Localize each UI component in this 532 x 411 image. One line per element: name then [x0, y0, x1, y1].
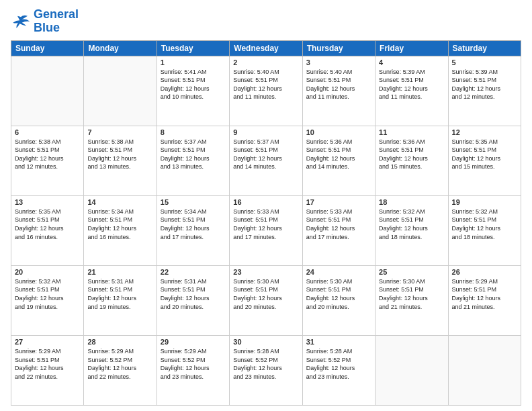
day-number: 1 [161, 58, 226, 66]
day-info: Sunrise: 5:29 AM Sunset: 5:52 PM Dayligh… [161, 347, 226, 381]
calendar-cell: 1Sunrise: 5:41 AM Sunset: 5:51 PM Daylig… [157, 56, 229, 126]
day-number: 7 [87, 128, 152, 136]
day-number: 5 [452, 58, 517, 66]
calendar-cell: 29Sunrise: 5:29 AM Sunset: 5:52 PM Dayli… [157, 335, 229, 405]
day-number: 30 [233, 338, 298, 346]
day-number: 23 [233, 268, 298, 276]
day-info: Sunrise: 5:35 AM Sunset: 5:51 PM Dayligh… [452, 138, 517, 171]
day-info: Sunrise: 5:38 AM Sunset: 5:51 PM Dayligh… [15, 138, 80, 171]
day-number: 31 [306, 338, 371, 346]
day-info: Sunrise: 5:28 AM Sunset: 5:52 PM Dayligh… [306, 347, 371, 381]
day-info: Sunrise: 5:33 AM Sunset: 5:51 PM Dayligh… [233, 208, 298, 241]
day-number: 10 [306, 128, 371, 136]
day-number: 25 [379, 268, 444, 276]
day-info: Sunrise: 5:40 AM Sunset: 5:51 PM Dayligh… [306, 68, 371, 101]
day-info: Sunrise: 5:29 AM Sunset: 5:51 PM Dayligh… [15, 347, 80, 381]
calendar-cell: 2Sunrise: 5:40 AM Sunset: 5:51 PM Daylig… [230, 56, 302, 126]
day-info: Sunrise: 5:37 AM Sunset: 5:51 PM Dayligh… [161, 138, 226, 171]
calendar-cell: 12Sunrise: 5:35 AM Sunset: 5:51 PM Dayli… [448, 126, 521, 195]
day-number: 26 [452, 268, 517, 276]
calendar-cell: 14Sunrise: 5:34 AM Sunset: 5:51 PM Dayli… [84, 195, 157, 265]
day-info: Sunrise: 5:41 AM Sunset: 5:51 PM Dayligh… [161, 68, 226, 101]
day-number: 13 [15, 198, 80, 206]
calendar-table: SundayMondayTuesdayWednesdayThursdayFrid… [11, 40, 521, 406]
calendar-cell: 21Sunrise: 5:31 AM Sunset: 5:51 PM Dayli… [84, 265, 157, 335]
day-number: 20 [15, 268, 80, 276]
weekday-header-monday: Monday [84, 40, 157, 56]
calendar-cell: 3Sunrise: 5:40 AM Sunset: 5:51 PM Daylig… [302, 56, 375, 126]
day-number: 29 [161, 338, 226, 346]
weekday-header-friday: Friday [375, 40, 448, 56]
calendar-cell: 6Sunrise: 5:38 AM Sunset: 5:51 PM Daylig… [11, 126, 84, 195]
calendar-cell: 22Sunrise: 5:31 AM Sunset: 5:51 PM Dayli… [157, 265, 229, 335]
day-number: 19 [452, 198, 517, 206]
calendar-cell: 13Sunrise: 5:35 AM Sunset: 5:51 PM Dayli… [11, 195, 84, 265]
week-row-4: 27Sunrise: 5:29 AM Sunset: 5:51 PM Dayli… [11, 335, 521, 405]
logo-text: General Blue [34, 8, 79, 35]
day-info: Sunrise: 5:38 AM Sunset: 5:51 PM Dayligh… [87, 138, 152, 171]
logo: General Blue [11, 8, 79, 35]
calendar-cell: 11Sunrise: 5:36 AM Sunset: 5:51 PM Dayli… [375, 126, 448, 195]
calendar-cell: 19Sunrise: 5:32 AM Sunset: 5:51 PM Dayli… [448, 195, 521, 265]
day-info: Sunrise: 5:39 AM Sunset: 5:51 PM Dayligh… [452, 68, 517, 101]
day-info: Sunrise: 5:29 AM Sunset: 5:51 PM Dayligh… [452, 277, 517, 311]
weekday-header-thursday: Thursday [302, 40, 375, 56]
day-info: Sunrise: 5:36 AM Sunset: 5:51 PM Dayligh… [306, 138, 371, 171]
logo-icon [11, 13, 31, 30]
calendar-cell [84, 56, 157, 126]
calendar-cell: 24Sunrise: 5:30 AM Sunset: 5:51 PM Dayli… [302, 265, 375, 335]
day-number: 22 [161, 268, 226, 276]
weekday-header-row: SundayMondayTuesdayWednesdayThursdayFrid… [11, 40, 521, 56]
day-number: 8 [161, 128, 226, 136]
day-info: Sunrise: 5:31 AM Sunset: 5:51 PM Dayligh… [87, 277, 152, 311]
day-number: 28 [87, 338, 152, 346]
calendar-cell: 9Sunrise: 5:37 AM Sunset: 5:51 PM Daylig… [230, 126, 302, 195]
calendar-cell: 26Sunrise: 5:29 AM Sunset: 5:51 PM Dayli… [448, 265, 521, 335]
week-row-0: 1Sunrise: 5:41 AM Sunset: 5:51 PM Daylig… [11, 56, 521, 126]
day-info: Sunrise: 5:37 AM Sunset: 5:51 PM Dayligh… [233, 138, 298, 171]
day-info: Sunrise: 5:40 AM Sunset: 5:51 PM Dayligh… [233, 68, 298, 101]
calendar-cell: 30Sunrise: 5:28 AM Sunset: 5:52 PM Dayli… [230, 335, 302, 405]
calendar-cell: 8Sunrise: 5:37 AM Sunset: 5:51 PM Daylig… [157, 126, 229, 195]
day-number: 3 [306, 58, 371, 66]
day-number: 9 [233, 128, 298, 136]
day-number: 15 [161, 198, 226, 206]
calendar-cell: 25Sunrise: 5:30 AM Sunset: 5:51 PM Dayli… [375, 265, 448, 335]
day-number: 12 [452, 128, 517, 136]
day-number: 6 [15, 128, 80, 136]
day-number: 16 [233, 198, 298, 206]
calendar-cell [11, 56, 84, 126]
header: General Blue [11, 8, 521, 35]
calendar-cell: 16Sunrise: 5:33 AM Sunset: 5:51 PM Dayli… [230, 195, 302, 265]
calendar-cell: 20Sunrise: 5:32 AM Sunset: 5:51 PM Dayli… [11, 265, 84, 335]
week-row-3: 20Sunrise: 5:32 AM Sunset: 5:51 PM Dayli… [11, 265, 521, 335]
day-info: Sunrise: 5:30 AM Sunset: 5:51 PM Dayligh… [306, 277, 371, 311]
weekday-header-tuesday: Tuesday [157, 40, 229, 56]
calendar-cell: 17Sunrise: 5:33 AM Sunset: 5:51 PM Dayli… [302, 195, 375, 265]
day-info: Sunrise: 5:39 AM Sunset: 5:51 PM Dayligh… [379, 68, 444, 101]
calendar-cell: 15Sunrise: 5:34 AM Sunset: 5:51 PM Dayli… [157, 195, 229, 265]
day-number: 24 [306, 268, 371, 276]
day-number: 18 [379, 198, 444, 206]
calendar-cell [448, 335, 521, 405]
day-info: Sunrise: 5:30 AM Sunset: 5:51 PM Dayligh… [379, 277, 444, 311]
calendar-cell: 27Sunrise: 5:29 AM Sunset: 5:51 PM Dayli… [11, 335, 84, 405]
day-number: 11 [379, 128, 444, 136]
day-info: Sunrise: 5:28 AM Sunset: 5:52 PM Dayligh… [233, 347, 298, 381]
week-row-2: 13Sunrise: 5:35 AM Sunset: 5:51 PM Dayli… [11, 195, 521, 265]
weekday-header-saturday: Saturday [448, 40, 521, 56]
page: General Blue SundayMondayTuesdayWednesda… [0, 0, 532, 411]
calendar-cell: 5Sunrise: 5:39 AM Sunset: 5:51 PM Daylig… [448, 56, 521, 126]
calendar-cell: 23Sunrise: 5:30 AM Sunset: 5:51 PM Dayli… [230, 265, 302, 335]
day-info: Sunrise: 5:35 AM Sunset: 5:51 PM Dayligh… [15, 208, 80, 241]
day-number: 4 [379, 58, 444, 66]
day-number: 2 [233, 58, 298, 66]
day-info: Sunrise: 5:32 AM Sunset: 5:51 PM Dayligh… [15, 277, 80, 311]
day-info: Sunrise: 5:31 AM Sunset: 5:51 PM Dayligh… [161, 277, 226, 311]
day-info: Sunrise: 5:32 AM Sunset: 5:51 PM Dayligh… [452, 208, 517, 241]
day-info: Sunrise: 5:32 AM Sunset: 5:51 PM Dayligh… [379, 208, 444, 241]
day-number: 17 [306, 198, 371, 206]
calendar-cell: 7Sunrise: 5:38 AM Sunset: 5:51 PM Daylig… [84, 126, 157, 195]
calendar-cell [375, 335, 448, 405]
week-row-1: 6Sunrise: 5:38 AM Sunset: 5:51 PM Daylig… [11, 126, 521, 195]
